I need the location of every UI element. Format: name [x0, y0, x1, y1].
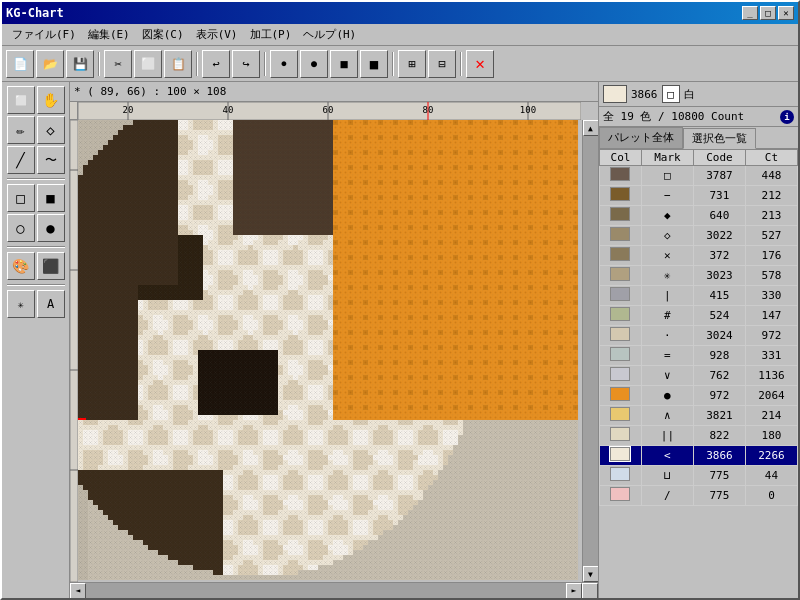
dot4-button[interactable]: ■: [360, 50, 388, 78]
info-icon[interactable]: i: [780, 110, 794, 124]
eraser-tool[interactable]: ◇: [37, 116, 65, 144]
canvas-inner-row: ▲ ▼: [70, 120, 598, 582]
rect-tool[interactable]: □: [7, 184, 35, 212]
palette-cell-mark: ✕: [641, 246, 693, 266]
palette-row[interactable]: /7750: [600, 486, 798, 506]
right-panel: 3866 □ 白 全 19 色 / 10800 Count i パレット全体 選…: [598, 82, 798, 598]
tab-palette-all[interactable]: パレット全体: [599, 127, 683, 148]
palette-cell-mark: /: [641, 486, 693, 506]
palette-cell-code: 524: [693, 306, 745, 326]
palette-row[interactable]: ·3024972: [600, 326, 798, 346]
minimize-button[interactable]: _: [742, 6, 758, 20]
palette-row[interactable]: ||822180: [600, 426, 798, 446]
open-button[interactable]: 📂: [36, 50, 64, 78]
palette-cell-code: 3024: [693, 326, 745, 346]
palette-cell-mark: |: [641, 286, 693, 306]
menu-file[interactable]: ファイル(F): [6, 25, 82, 44]
circle-tool[interactable]: ○: [7, 214, 35, 242]
palette-row[interactable]: ✳3023578: [600, 266, 798, 286]
drawing-canvas[interactable]: [78, 120, 581, 582]
palette-row[interactable]: #524147: [600, 306, 798, 326]
palette-cell-color: [600, 186, 642, 206]
text-tool[interactable]: A: [37, 290, 65, 318]
palette-row[interactable]: |415330: [600, 286, 798, 306]
select-tool[interactable]: ⬜: [7, 86, 35, 114]
scroll-left-button[interactable]: ◄: [70, 583, 86, 599]
palette-row[interactable]: ◇3022527: [600, 226, 798, 246]
tab-selected-colors[interactable]: 選択色一覧: [683, 128, 756, 149]
palette-row[interactable]: ●9722064: [600, 386, 798, 406]
palette-cell-color: [600, 446, 642, 466]
paste-button[interactable]: 📋: [164, 50, 192, 78]
palette-cell-mark: ●: [641, 386, 693, 406]
palette-row[interactable]: □3787448: [600, 166, 798, 186]
toolbar-separator-1: [98, 52, 100, 76]
col-header-col: Col: [600, 150, 642, 166]
palette-row[interactable]: ✕372176: [600, 246, 798, 266]
menu-help[interactable]: ヘルプ(H): [297, 25, 362, 44]
menu-figure[interactable]: 図案(C): [136, 25, 190, 44]
horizontal-scrollbar[interactable]: ◄ ►: [70, 582, 598, 598]
palette-cell-count: 972: [745, 326, 797, 346]
palette-cell-mark: ✳: [641, 266, 693, 286]
palette-table-wrap[interactable]: Col Mark Code Ct □3787448−731212◆640213◇…: [599, 149, 798, 598]
undo-button[interactable]: ↩: [202, 50, 230, 78]
magic-tool[interactable]: ✳: [7, 290, 35, 318]
fill-tool[interactable]: ⬛: [37, 252, 65, 280]
palette-cell-code: 3866: [693, 446, 745, 466]
scroll-track-horizontal[interactable]: [86, 583, 566, 599]
delete-button[interactable]: ✕: [466, 50, 494, 78]
fill-circle-tool[interactable]: ●: [37, 214, 65, 242]
save-button[interactable]: 💾: [66, 50, 94, 78]
palette-row[interactable]: ⊔77544: [600, 466, 798, 486]
palette-cell-mark: ||: [641, 426, 693, 446]
palette-cell-code: 928: [693, 346, 745, 366]
menu-edit[interactable]: 編集(E): [82, 25, 136, 44]
palette-cell-code: 3787: [693, 166, 745, 186]
cut-button[interactable]: ✂: [104, 50, 132, 78]
grid-button[interactable]: ⊞: [398, 50, 426, 78]
scroll-right-button[interactable]: ►: [566, 583, 582, 599]
palette-row[interactable]: ∧3821214: [600, 406, 798, 426]
scroll-up-button[interactable]: ▲: [583, 120, 599, 136]
scroll-track-vertical[interactable]: [583, 136, 599, 566]
palette-cell-mark: ⊔: [641, 466, 693, 486]
palette-cell-mark: #: [641, 306, 693, 326]
palette-cell-mark: =: [641, 346, 693, 366]
zoom-button[interactable]: ⊟: [428, 50, 456, 78]
line-tool[interactable]: ╱: [7, 146, 35, 174]
dot1-button[interactable]: ●: [270, 50, 298, 78]
tool-separator-1: [7, 178, 65, 180]
color-pick-tool[interactable]: 🎨: [7, 252, 35, 280]
scroll-down-button[interactable]: ▼: [583, 566, 599, 582]
dot2-button[interactable]: ●: [300, 50, 328, 78]
redo-button[interactable]: ↪: [232, 50, 260, 78]
palette-row[interactable]: <38662266: [600, 446, 798, 466]
ruler-corner: [70, 102, 78, 120]
left-toolbar: ⬜ ✋ ✏ ◇ ╱ 〜 □ ■ ○ ● 🎨 ⬛: [2, 82, 70, 598]
copy-button[interactable]: ⬜: [134, 50, 162, 78]
palette-row[interactable]: =928331: [600, 346, 798, 366]
palette-cell-color: [600, 386, 642, 406]
close-button[interactable]: ✕: [778, 6, 794, 20]
menu-view[interactable]: 表示(V): [190, 25, 244, 44]
color-code: 3866: [631, 88, 658, 101]
curve-tool[interactable]: 〜: [37, 146, 65, 174]
fill-rect-tool[interactable]: ■: [37, 184, 65, 212]
maximize-button[interactable]: □: [760, 6, 776, 20]
vertical-scrollbar[interactable]: ▲ ▼: [582, 120, 598, 582]
pencil-tool[interactable]: ✏: [7, 116, 35, 144]
menu-process[interactable]: 加工(P): [244, 25, 298, 44]
tool-row-1: ⬜ ✋: [7, 86, 65, 114]
col-header-mark: Mark: [641, 150, 693, 166]
palette-row[interactable]: −731212: [600, 186, 798, 206]
palette-row[interactable]: ◆640213: [600, 206, 798, 226]
new-button[interactable]: 📄: [6, 50, 34, 78]
palette-cell-count: 527: [745, 226, 797, 246]
tool-row-2: ✏ ◇: [7, 116, 65, 144]
dot3-button[interactable]: ■: [330, 50, 358, 78]
palette-row[interactable]: ∨7621136: [600, 366, 798, 386]
canvas-area: * ( 89, 66) : 100 × 108 ▲ ▼: [70, 82, 598, 598]
hand-tool[interactable]: ✋: [37, 86, 65, 114]
canvas-viewport[interactable]: [78, 120, 582, 582]
